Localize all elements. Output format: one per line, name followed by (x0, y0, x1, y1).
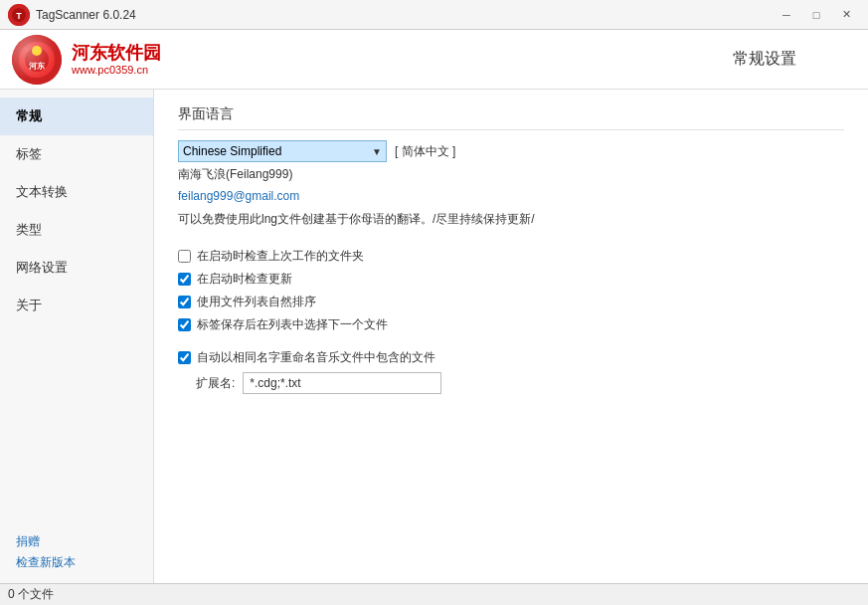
extension-row: 扩展名: *.cdg;*.txt (178, 372, 844, 394)
check-update-on-start[interactable] (178, 273, 191, 286)
check-select-next-label: 标签保存后在列表中选择下一个文件 (197, 316, 388, 333)
language-select[interactable]: Chinese Simplified ▼ (178, 140, 387, 162)
app-logo: 河东 (12, 35, 62, 85)
svg-point-4 (19, 42, 55, 78)
check-update-link[interactable]: 检查新版本 (16, 554, 137, 571)
title-bar: T TagScanner 6.0.24 ─ □ ✕ (0, 0, 868, 30)
startup-settings-group: 在启动时检查上次工作的文件夹 在启动时检查更新 使用文件列表自然排序 标签保存后… (178, 248, 844, 333)
app-header-text: 河东软件园 www.pc0359.cn (72, 43, 161, 77)
sidebar-item-text-transform[interactable]: 文本转换 (0, 173, 153, 211)
language-section-title: 界面语言 (178, 105, 844, 130)
sidebar-item-general[interactable]: 常规 (0, 98, 153, 135)
site-name: 河东软件园 (72, 43, 161, 65)
check-auto-rename[interactable] (178, 351, 191, 364)
check-select-next[interactable] (178, 318, 191, 331)
donate-link[interactable]: 捐赠 (16, 533, 137, 550)
app-header: 河东 河东软件园 www.pc0359.cn 常规设置 (0, 30, 868, 90)
check-last-folder-label: 在启动时检查上次工作的文件夹 (197, 248, 364, 265)
file-count: 0 个文件 (8, 586, 54, 603)
checkbox-row-1: 在启动时检查上次工作的文件夹 (178, 248, 844, 265)
sidebar: 常规 标签 文本转换 类型 网络设置 关于 捐赠 检查新版本 (0, 90, 154, 583)
ext-label: 扩展名: (196, 375, 235, 392)
check-auto-rename-label: 自动以相同名字重命名音乐文件中包含的文件 (197, 349, 435, 366)
check-natural-sort-label: 使用文件列表自然排序 (197, 294, 316, 310)
window-title: TagScanner 6.0.24 (36, 8, 773, 22)
content-area: 界面语言 Chinese Simplified ▼ [ 简体中文 ] 南海飞浪(… (154, 90, 868, 583)
checkbox-row-3: 使用文件列表自然排序 (178, 294, 844, 310)
check-natural-sort[interactable] (178, 296, 191, 308)
translator-note: 可以免费使用此lng文件创建基于你母语的翻译。/尽里持续保持更新/ (178, 211, 844, 228)
language-select-value: Chinese Simplified (183, 144, 281, 158)
section-heading: 常规设置 (733, 49, 796, 70)
checkbox-row-2: 在启动时检查更新 (178, 271, 844, 288)
site-url: www.pc0359.cn (72, 64, 161, 76)
maximize-button[interactable]: □ (802, 5, 830, 25)
svg-point-5 (25, 48, 49, 72)
check-update-on-start-label: 在启动时检查更新 (197, 271, 292, 288)
app-icon: T (8, 4, 30, 26)
close-button[interactable]: ✕ (832, 5, 860, 25)
sidebar-item-tags[interactable]: 标签 (0, 135, 153, 173)
rename-group: 自动以相同名字重命名音乐文件中包含的文件 扩展名: *.cdg;*.txt (178, 349, 844, 394)
main-layout: 常规 标签 文本转换 类型 网络设置 关于 捐赠 检查新版本 界面语言 (0, 90, 868, 583)
check-last-folder[interactable] (178, 250, 191, 263)
sidebar-nav: 常规 标签 文本转换 类型 网络设置 关于 (0, 98, 153, 523)
sidebar-footer: 捐赠 检查新版本 (0, 523, 153, 583)
checkbox-row-5: 自动以相同名字重命名音乐文件中包含的文件 (178, 349, 844, 366)
sidebar-item-types[interactable]: 类型 (0, 211, 153, 249)
language-row: Chinese Simplified ▼ [ 简体中文 ] (178, 140, 844, 162)
svg-text:河东: 河东 (29, 61, 46, 71)
status-bar: 0 个文件 (0, 583, 868, 605)
svg-point-6 (32, 46, 42, 56)
svg-point-3 (12, 35, 62, 85)
translator-name: 南海飞浪(Feilang999) (178, 166, 844, 183)
language-native-label: [ 简体中文 ] (395, 143, 455, 160)
sidebar-item-network[interactable]: 网络设置 (0, 249, 153, 287)
translator-email[interactable]: feilang999@gmail.com (178, 189, 844, 203)
svg-text:T: T (16, 11, 22, 21)
ext-input[interactable]: *.cdg;*.txt (243, 372, 441, 394)
window-controls: ─ □ ✕ (773, 5, 860, 25)
dropdown-arrow-icon: ▼ (372, 146, 382, 157)
minimize-button[interactable]: ─ (773, 5, 800, 25)
sidebar-item-about[interactable]: 关于 (0, 287, 153, 324)
checkbox-row-4: 标签保存后在列表中选择下一个文件 (178, 316, 844, 333)
